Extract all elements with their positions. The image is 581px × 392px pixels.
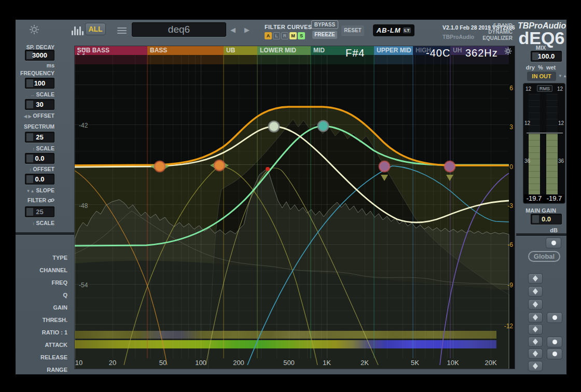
band-segment-uppermid[interactable]: UPPER MID [374, 46, 413, 55]
freq-scale-label: ↔SCALE [16, 91, 54, 97]
frequency-readout: 362Hz [465, 47, 498, 59]
meter-bar-left [529, 94, 540, 197]
band-stepper[interactable] [528, 337, 543, 347]
offset-arrows-icon[interactable]: ◀ ▶ [24, 114, 32, 119]
spectrum-input[interactable]: 25 [25, 132, 54, 143]
freq-offset-label: ◀ ▶OFFSET [16, 113, 54, 119]
deq6-plugin-window: ALL deq6 ◀ ▶ FILTER CURVES A L R M S BYP… [16, 20, 566, 374]
all-bands-button[interactable]: ALL [85, 23, 106, 35]
up-down-arrows-icon[interactable]: ↕ [30, 167, 32, 172]
left-right-arrows-icon[interactable]: ↔ [30, 93, 34, 97]
filter-scale-label: ↕SCALE [16, 220, 54, 226]
band-segment-lowermid[interactable]: LOWER MID [257, 46, 311, 55]
in-out-toggle[interactable]: IN OUT [527, 72, 556, 81]
bypass-button[interactable]: BYPASS [311, 20, 338, 29]
band-segment-ub[interactable]: UB [224, 46, 257, 55]
frequency-label: FREQUENCY [16, 70, 54, 76]
fit-corners-icon[interactable] [77, 48, 85, 57]
param-row-freq: FREQ [16, 279, 67, 286]
screen: ALL deq6 ◀ ▶ FILTER CURVES A L R M S BYP… [0, 0, 581, 392]
global-button[interactable]: Global [528, 251, 560, 262]
ab-lm-badge[interactable]: AB-LM LT [373, 24, 414, 36]
eq-plot[interactable] [75, 46, 515, 369]
channel-m-button[interactable]: M [289, 32, 297, 39]
eq-graph-canvas[interactable]: SUB BASS BASS UB LOWER MID MID UPPER MID… [74, 46, 515, 369]
right-axis-label: 3 [491, 123, 513, 131]
channel-r-button[interactable]: R [281, 32, 288, 39]
band-segment-subbass[interactable]: SUB BASS [75, 46, 147, 55]
preset-display[interactable]: deq6 [132, 22, 226, 37]
band-stepper[interactable] [528, 286, 543, 297]
band-handle-mid[interactable] [318, 121, 328, 131]
main-gain-input[interactable]: 0.0 [531, 214, 562, 225]
preset-prev-button[interactable]: ◀ [230, 26, 236, 34]
link-icon[interactable] [48, 198, 54, 203]
freq-axis-label: 10 [75, 359, 82, 367]
filter-curves-label: FILTER CURVES [265, 24, 312, 30]
sp-decay-input[interactable]: 3000 [25, 50, 54, 61]
up-down-arrows-icon[interactable]: ↕ [32, 221, 34, 226]
main-gain-label: MAIN GAIN [515, 207, 566, 214]
freq-axis-label: 50 [159, 359, 167, 367]
param-row-q: Q [16, 292, 67, 298]
freq-axis-label: 20K [485, 359, 496, 367]
mix-label: MIX [515, 45, 566, 51]
band-stepper[interactable] [528, 324, 543, 334]
band-handle-bass[interactable] [214, 160, 225, 171]
menu-icon[interactable] [117, 27, 127, 35]
product-tagline: 6 BANDDYNAMICEQUALIZER [471, 23, 513, 41]
preset-next-button[interactable]: ▶ [244, 26, 250, 34]
spectrum-peak-marker [266, 167, 270, 171]
channel-s-button[interactable]: S [298, 32, 305, 39]
filter-scale-input[interactable]: 25 [25, 206, 54, 217]
band-handle-subbass[interactable] [155, 161, 165, 172]
rms-mode-button[interactable]: RMS [537, 85, 552, 92]
band-stepper[interactable] [528, 299, 543, 310]
global-dot-button[interactable] [546, 237, 561, 248]
band-segment-bass[interactable]: BASS [147, 46, 224, 55]
vendor-text: TBProAudio [442, 34, 474, 40]
band-stepper[interactable] [528, 348, 543, 359]
graph-gear-icon[interactable] [504, 47, 512, 57]
settings-gear-icon[interactable] [29, 24, 39, 37]
band-handle-uh[interactable] [445, 161, 455, 172]
left-panel-divider [16, 232, 74, 235]
band-stepper[interactable] [528, 361, 543, 371]
freeze-button[interactable]: FREEZE [312, 31, 337, 39]
reset-button[interactable]: RESET [341, 25, 364, 35]
dry-wet-labels: dry % wet [515, 64, 566, 71]
spec-offset-input[interactable]: 0.0 [25, 174, 54, 185]
freq-axis-label: 200 [233, 359, 244, 367]
param-row-release: RELEASE [16, 354, 67, 360]
band-stepper[interactable] [528, 273, 543, 284]
channel-l-button[interactable]: L [273, 32, 280, 39]
row-dot-button[interactable] [547, 337, 562, 347]
slope-label: ▼▲SLOPE [16, 187, 54, 193]
row-dot-button[interactable] [547, 312, 562, 323]
ab-lm-lt-tag: LT [403, 27, 411, 33]
band-stepper[interactable] [528, 312, 543, 323]
meter-scale-label: 36 [558, 158, 564, 164]
band-handle-uppermid[interactable] [379, 161, 390, 172]
freq-axis-label: 2K [361, 359, 369, 367]
freq-axis-label: 20 [109, 359, 116, 367]
spec-scale-input[interactable]: 0.0 [25, 153, 54, 164]
meter-threshold-line [527, 133, 563, 133]
freq-axis-label: 5K [411, 359, 419, 367]
mix-input[interactable]: 100.0 [531, 51, 562, 62]
freq-axis-label: 1K [323, 359, 331, 367]
left-axis-label: -42 [79, 122, 88, 129]
band-handle-lowermid[interactable] [269, 121, 279, 132]
product-logo: dEQ6 [518, 30, 565, 46]
freq-scale-input[interactable]: 30 [25, 99, 54, 110]
spectrum-label: SPECTRUM [16, 123, 54, 130]
param-row-range: RANGE [16, 367, 67, 373]
inout-arrows-icon[interactable]: ▼▲ [558, 74, 568, 78]
row-dot-button[interactable] [547, 348, 562, 359]
up-down-arrows-icon[interactable]: ↕ [32, 147, 34, 151]
channel-a-button[interactable]: A [265, 32, 272, 39]
slope-arrows-icon[interactable]: ▼▲ [26, 189, 35, 193]
analyzer-bars-icon[interactable] [72, 26, 84, 35]
cents-readout: -40C [426, 47, 450, 59]
frequency-input[interactable]: 100 [25, 78, 54, 89]
